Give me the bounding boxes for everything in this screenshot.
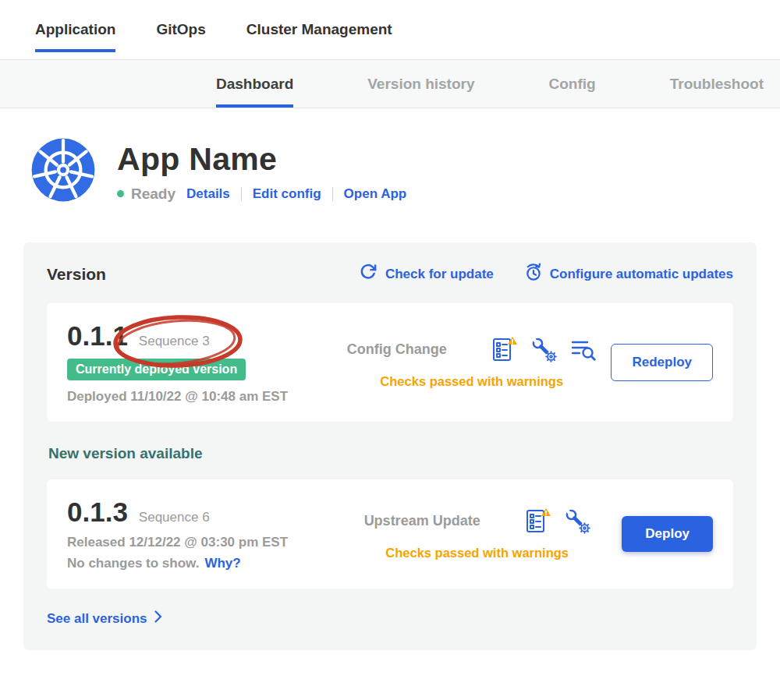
new-version-middle: Upstream Update <box>332 507 622 560</box>
secondary-nav: Dashboard Version history Config Trouble… <box>0 60 780 108</box>
deployed-timestamp: Deployed 11/10/22 @ 10:48 am EST <box>67 389 332 405</box>
see-all-versions-link[interactable]: See all versions <box>47 610 162 627</box>
current-version-card: 0.1.1 Sequence 3 Currently deployed vers… <box>47 303 733 422</box>
edit-config-link[interactable]: Edit config <box>253 186 321 202</box>
nav-item-gitops[interactable]: GitOps <box>156 21 205 38</box>
tab-version-history[interactable]: Version history <box>367 60 474 108</box>
why-link[interactable]: Why? <box>204 556 240 571</box>
tab-dashboard[interactable]: Dashboard <box>216 60 293 108</box>
current-checks-warning: Checks passed with warnings <box>380 374 563 389</box>
app-status-row: Ready Details Edit config Open App <box>117 186 406 203</box>
tab-config[interactable]: Config <box>549 60 596 108</box>
details-link[interactable]: Details <box>186 186 230 202</box>
nav-item-cluster-management[interactable]: Cluster Management <box>246 21 392 38</box>
current-change-type: Config Change <box>347 341 447 358</box>
version-panel-header: Version Check for update <box>47 263 733 286</box>
released-timestamp: Released 12/12/22 @ 03:30 pm EST <box>67 535 332 550</box>
preflight-results-icon[interactable] <box>569 336 597 362</box>
new-version-sequence: Sequence 6 <box>139 510 210 525</box>
check-for-update-button[interactable]: Check for update <box>359 263 494 286</box>
redeploy-button[interactable]: Redeploy <box>611 344 713 381</box>
version-panel-title: Version <box>47 265 106 284</box>
primary-nav: Application GitOps Cluster Management <box>0 0 780 60</box>
check-for-update-label: Check for update <box>385 267 494 282</box>
clock-refresh-icon <box>523 263 543 286</box>
configure-automatic-updates-button[interactable]: Configure automatic updates <box>523 263 733 286</box>
current-version-number: 0.1.1 <box>67 320 128 352</box>
config-wrench-icon[interactable] <box>530 336 557 362</box>
version-panel: Version Check for update <box>23 242 757 650</box>
kubernetes-logo-icon <box>30 136 97 207</box>
current-version-middle: Config Change <box>332 336 611 389</box>
release-notes-icon[interactable] <box>490 336 518 362</box>
page-title: App Name <box>117 141 406 178</box>
nav-item-application[interactable]: Application <box>35 21 115 38</box>
new-version-card: 0.1.3 Sequence 6 Released 12/12/22 @ 03:… <box>47 479 733 589</box>
divider <box>332 187 333 201</box>
tab-troubleshoot[interactable]: Troubleshoot <box>670 60 764 108</box>
version-panel-actions: Check for update Configure automatic upd… <box>359 263 733 286</box>
chevron-right-icon <box>154 610 162 627</box>
config-wrench-icon[interactable] <box>564 507 590 534</box>
current-version-info: 0.1.1 Sequence 3 Currently deployed vers… <box>67 320 332 405</box>
open-app-link[interactable]: Open App <box>344 186 407 202</box>
configure-automatic-updates-label: Configure automatic updates <box>550 267 733 282</box>
new-change-type: Upstream Update <box>364 513 480 529</box>
app-header: App Name Ready Details Edit config Open … <box>30 136 780 207</box>
release-notes-icon[interactable] <box>523 507 551 534</box>
new-checks-warning: Checks passed with warnings <box>385 546 569 560</box>
divider <box>241 187 242 201</box>
currently-deployed-badge: Currently deployed version <box>67 359 246 380</box>
refresh-icon <box>359 263 378 286</box>
status-dot-icon <box>117 190 124 197</box>
new-version-number: 0.1.3 <box>67 497 128 528</box>
new-version-info: 0.1.3 Sequence 6 Released 12/12/22 @ 03:… <box>67 497 332 571</box>
status-badge: Ready <box>131 186 176 203</box>
no-changes-text: No changes to show. <box>67 556 199 571</box>
current-version-sequence: Sequence 3 <box>139 334 210 348</box>
new-version-heading: New version available <box>48 445 733 462</box>
deploy-button[interactable]: Deploy <box>622 516 713 552</box>
see-all-versions-label: See all versions <box>47 611 147 627</box>
